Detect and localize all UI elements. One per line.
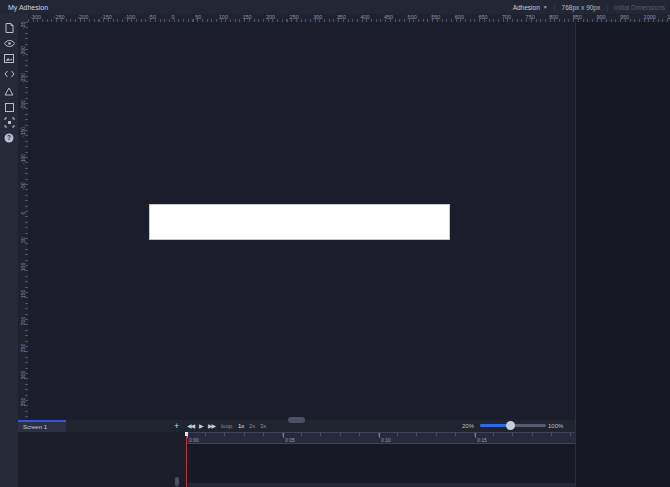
ruler-label: 300 [20, 363, 26, 387]
ruler-label: -200 [77, 14, 88, 20]
ruler-label: -300 [30, 14, 41, 20]
ruler-label: 650 [478, 14, 487, 20]
ad-artboard[interactable] [149, 204, 450, 240]
layers-panel [18, 432, 186, 487]
ruler-label: -50 [20, 174, 26, 198]
format-label: Adhesion [513, 4, 540, 11]
ruler-label: 900 [596, 14, 605, 20]
motion-icon[interactable] [3, 116, 15, 128]
timeline-tick-label: 0:15 [477, 437, 487, 443]
zoom-slider-thumb[interactable] [506, 421, 515, 430]
ruler-label: 300 [313, 14, 322, 20]
ruler-label: 100 [20, 255, 26, 279]
format-dropdown[interactable]: Adhesion ▼ [513, 4, 548, 11]
ruler-label: 750 [526, 14, 535, 20]
eye-icon[interactable] [3, 37, 15, 49]
timeline-ruler[interactable]: 0:000:050:100:15 [186, 432, 575, 444]
ruler-label: -200 [20, 93, 26, 117]
ruler-label: 250 [290, 14, 299, 20]
timeline-major-tick [283, 433, 284, 438]
file-icon[interactable] [3, 22, 15, 34]
shapes-icon[interactable] [3, 85, 15, 97]
ruler-label: 850 [573, 14, 582, 20]
ruler-label: 350 [20, 390, 26, 414]
layers-scrollbar-thumb[interactable] [175, 477, 179, 486]
ruler-label: -250 [54, 14, 65, 20]
timeline-tracks[interactable] [186, 444, 575, 487]
divider: | [606, 4, 608, 11]
ruler-label: -300 [20, 39, 26, 63]
help-icon[interactable]: ? [3, 132, 15, 144]
timeline-tick-label: 0:00 [189, 437, 199, 443]
fast-forward-button[interactable]: ▶▶ [208, 422, 215, 429]
ruler-label: 0 [172, 14, 175, 20]
image-icon[interactable] [3, 52, 15, 64]
timeline-major-tick [379, 433, 380, 438]
chevron-down-icon: ▼ [543, 4, 548, 10]
timeline-major-tick [475, 433, 476, 438]
initial-dimensions-button: Initial Dimensions [614, 4, 665, 11]
ruler-label: -150 [101, 14, 112, 20]
ruler-label: 50 [20, 228, 26, 252]
ruler-label: 400 [360, 14, 369, 20]
ruler-label: 350 [337, 14, 346, 20]
timeline-scrollbar[interactable] [186, 483, 575, 487]
ruler-label: 200 [266, 14, 275, 20]
vertical-ruler: -350-300-250-200-150-100-500501001502002… [18, 22, 28, 420]
svg-text:?: ? [7, 134, 11, 141]
ruler-corner [18, 14, 28, 22]
app-window: My Adhesion Adhesion ▼ | 768px x 90px | … [0, 0, 670, 487]
top-bar: My Adhesion Adhesion ▼ | 768px x 90px | … [0, 0, 670, 14]
ruler-label: -100 [20, 147, 26, 171]
ruler-label: 200 [20, 309, 26, 333]
playhead[interactable] [186, 432, 187, 487]
ruler-label: 550 [431, 14, 440, 20]
rewind-button[interactable]: ◀◀ [187, 422, 194, 429]
ruler-label: 0 [20, 201, 26, 225]
ruler-label: 700 [502, 14, 511, 20]
ruler-label: 150 [242, 14, 251, 20]
tab-screen-1[interactable]: Screen 1 [18, 420, 66, 432]
speed-3x[interactable]: 3x [260, 423, 266, 429]
divider: | [554, 4, 556, 11]
ruler-label: -50 [148, 14, 156, 20]
ruler-label: -150 [20, 120, 26, 144]
zoom-max-label: 100% [548, 423, 563, 429]
ruler-label: 1000 [644, 14, 656, 20]
speed-2x[interactable]: 2x [249, 423, 255, 429]
ruler-label: 150 [20, 282, 26, 306]
rectangle-icon[interactable] [3, 101, 15, 113]
ruler-label: 100 [219, 14, 228, 20]
ruler-label: -100 [124, 14, 135, 20]
properties-panel [575, 22, 670, 487]
project-title: My Adhesion [8, 4, 48, 11]
zoom-min-label: 20% [462, 423, 474, 429]
timeline-tick-label: 0:05 [285, 437, 295, 443]
left-toolbar: ? [0, 14, 18, 487]
add-screen-button[interactable]: + [174, 420, 179, 432]
ruler-label: 950 [620, 14, 629, 20]
horizontal-ruler: -300-250-200-150-100-5005010015020025030… [28, 14, 670, 22]
ruler-label: 450 [384, 14, 393, 20]
code-icon[interactable] [3, 68, 15, 80]
ruler-label: -350 [20, 22, 26, 36]
ruler-label: 500 [408, 14, 417, 20]
speed-loop[interactable]: loop [221, 423, 232, 429]
play-button[interactable]: ▶ [199, 422, 204, 429]
canvas-horizontal-scrollbar[interactable] [288, 417, 305, 423]
ruler-label: 600 [455, 14, 464, 20]
ruler-label: 250 [20, 336, 26, 360]
playhead-handle[interactable] [185, 432, 188, 436]
timeline-tick-label: 0:10 [381, 437, 391, 443]
ruler-label: 50 [195, 14, 201, 20]
ruler-label: -250 [20, 66, 26, 90]
ad-size-label: 768px x 90px [562, 4, 601, 11]
speed-1x[interactable]: 1x [238, 423, 244, 429]
ruler-label: 800 [549, 14, 558, 20]
